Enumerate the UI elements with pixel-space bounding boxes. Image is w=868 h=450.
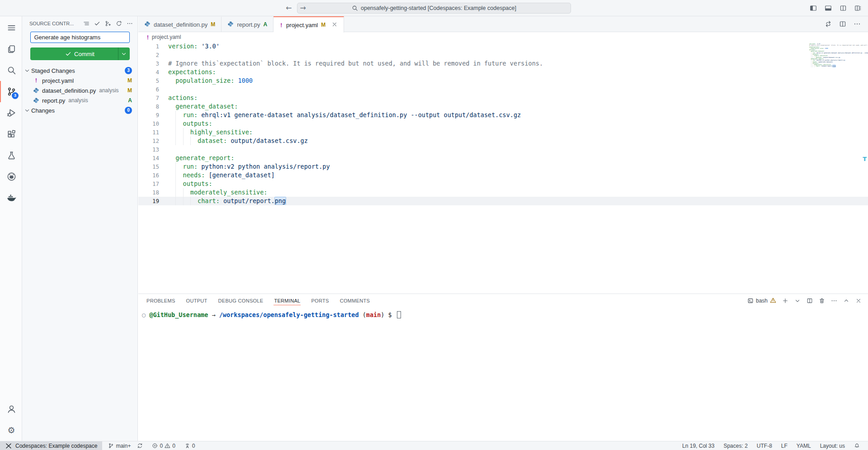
- code-line-16: 16 needs: [generate_dataset]: [138, 171, 868, 180]
- encoding-indicator[interactable]: UTF-8: [752, 443, 777, 449]
- eol-indicator[interactable]: LF: [777, 443, 792, 449]
- trash-icon[interactable]: [819, 298, 825, 304]
- tab-label: project.yaml: [286, 22, 318, 28]
- close-icon[interactable]: [331, 21, 338, 28]
- activity-item-settings[interactable]: ⚙: [0, 420, 22, 441]
- refresh-icon[interactable]: [116, 20, 122, 27]
- line-number: 4: [138, 68, 159, 76]
- extensions-icon: [7, 129, 16, 139]
- activity-item-search[interactable]: [0, 60, 22, 81]
- git-status-letter: M: [127, 77, 132, 84]
- docker-icon: [7, 193, 16, 203]
- code-line-13: 13: [138, 145, 868, 154]
- commit-message-input[interactable]: [30, 32, 130, 43]
- commit-button-label: Commit: [74, 51, 94, 57]
- commit-dropdown-button[interactable]: [118, 47, 130, 60]
- remote-label: Codespaces: Example codespace: [15, 443, 97, 449]
- ports-indicator[interactable]: 0: [181, 441, 198, 450]
- editor-region: dataset_definition.pyMreport.pyA!project…: [138, 16, 868, 441]
- activity-item-github[interactable]: [0, 166, 22, 187]
- scm-file-row[interactable]: report.pyanalysisA: [22, 95, 137, 105]
- scm-group-staged-changes[interactable]: Staged Changes3: [22, 66, 137, 76]
- hamburger-icon: [7, 23, 16, 33]
- activity-item-testing[interactable]: [0, 145, 22, 166]
- code-line-8: 8 generate_dataset:: [138, 102, 868, 111]
- line-number: 13: [138, 145, 159, 154]
- editor-tab-bar: dataset_definition.pyMreport.pyA!project…: [138, 16, 868, 32]
- search-text: opensafely-getting-started [Codespaces: …: [361, 5, 516, 11]
- breadcrumb[interactable]: ! project.yaml: [138, 32, 868, 42]
- terminal-toolbar: bash: [747, 294, 862, 308]
- back-arrow-icon[interactable]: ←: [286, 4, 292, 12]
- plus-icon[interactable]: [782, 298, 788, 304]
- sync-button[interactable]: [134, 441, 146, 450]
- view-as-list-icon[interactable]: [83, 20, 90, 27]
- split-editor-icon[interactable]: [839, 20, 846, 28]
- branch-indicator[interactable]: main+: [105, 441, 134, 450]
- code-line-7: 7actions:: [138, 94, 868, 102]
- check-icon[interactable]: [94, 20, 100, 27]
- open-changes-icon[interactable]: [825, 20, 832, 28]
- split-icon[interactable]: [807, 298, 813, 304]
- activity-item-docker[interactable]: [0, 187, 22, 208]
- source-control-sidebar: SOURCE CONTR... Commit Staged Changes3!p…: [22, 16, 138, 441]
- shell-selector[interactable]: bash: [747, 297, 776, 305]
- editor-tab-dataset_definition.py[interactable]: dataset_definition.pyM: [138, 16, 222, 32]
- scm-group-changes[interactable]: Changes0: [22, 105, 137, 115]
- commit-button[interactable]: Commit: [30, 47, 130, 60]
- remote-indicator[interactable]: Codespaces: Example codespace: [0, 441, 102, 450]
- command-center-search[interactable]: opensafely-getting-started [Codespaces: …: [297, 3, 571, 14]
- code-editor[interactable]: 1version: '3.0'23# Ignore this`expectati…: [138, 42, 868, 294]
- activity-item-source-control[interactable]: 3: [0, 81, 22, 102]
- indentation-indicator[interactable]: Spaces: 2: [719, 443, 752, 449]
- activity-item-accounts[interactable]: [0, 398, 22, 420]
- more-icon[interactable]: [854, 20, 861, 28]
- line-number: 15: [138, 162, 159, 171]
- line-number: 16: [138, 171, 159, 180]
- account-icon: [7, 404, 16, 414]
- code-line-11: 11 highly_sensitive:: [138, 128, 868, 137]
- close-icon[interactable]: [855, 298, 862, 304]
- panel-tab-ports[interactable]: PORTS: [306, 294, 334, 308]
- more-icon[interactable]: [127, 20, 133, 27]
- scm-count-badge: 3: [12, 92, 19, 99]
- scm-file-row[interactable]: dataset_definition.pyanalysisM: [22, 85, 137, 95]
- more-icon[interactable]: [831, 298, 837, 304]
- activity-bar: 3⚙: [0, 16, 22, 441]
- scm-file-row[interactable]: !project.yamlM: [22, 76, 137, 85]
- keyboard-layout-indicator[interactable]: Layout: us: [816, 443, 849, 449]
- split-editor-icon[interactable]: [840, 5, 847, 12]
- chevron-down-icon[interactable]: [794, 298, 801, 304]
- python: [227, 21, 234, 27]
- activity-item-extensions[interactable]: [0, 123, 22, 145]
- git-status-letter: M: [127, 87, 132, 94]
- notifications-bell[interactable]: [849, 443, 864, 449]
- layout-panel-icon[interactable]: [825, 5, 832, 12]
- panel-tab-problems[interactable]: PROBLEMS: [141, 294, 181, 308]
- activity-item-run-debug[interactable]: [0, 102, 22, 123]
- panel-tab-comments[interactable]: COMMENTS: [335, 294, 376, 308]
- language-indicator[interactable]: YAML: [792, 443, 816, 449]
- minimap[interactable]: version: '3.0'# Ignore this`expectation`…: [809, 43, 856, 67]
- layout-grid-icon[interactable]: [854, 5, 862, 12]
- group-count-badge: 0: [125, 107, 132, 114]
- activity-item-explorer[interactable]: [0, 38, 22, 60]
- chevron-up-icon[interactable]: [843, 298, 849, 304]
- panel-tab-debug-console[interactable]: DEBUG CONSOLE: [213, 294, 269, 308]
- code-line-9: 9 run: ehrql:v1 generate-dataset analysi…: [138, 111, 868, 119]
- code-line-3: 3# Ignore this`expectation` block. It is…: [138, 59, 868, 68]
- editor-tab-project.yaml[interactable]: !project.yamlM: [274, 16, 344, 33]
- shell-label: bash: [756, 298, 768, 304]
- branch-plus-icon[interactable]: [105, 20, 111, 27]
- code-line-5: 5 population_size: 1000: [138, 76, 868, 85]
- cursor-position[interactable]: Ln 19, Col 33: [678, 443, 719, 449]
- problems-indicator[interactable]: 0 0: [149, 441, 178, 450]
- layout-sidebar-icon[interactable]: [810, 5, 817, 12]
- panel-tab-output[interactable]: OUTPUT: [181, 294, 213, 308]
- editor-tab-report.py[interactable]: report.pyA: [222, 16, 274, 32]
- activity-item-menu[interactable]: [0, 17, 22, 38]
- panel-tab-terminal[interactable]: TERMINAL: [269, 294, 306, 308]
- forward-arrow-icon[interactable]: →: [300, 4, 306, 12]
- terminal[interactable]: ○ @GitHub_Username → /workspaces/opensaf…: [142, 311, 868, 319]
- beaker-icon: [7, 151, 16, 160]
